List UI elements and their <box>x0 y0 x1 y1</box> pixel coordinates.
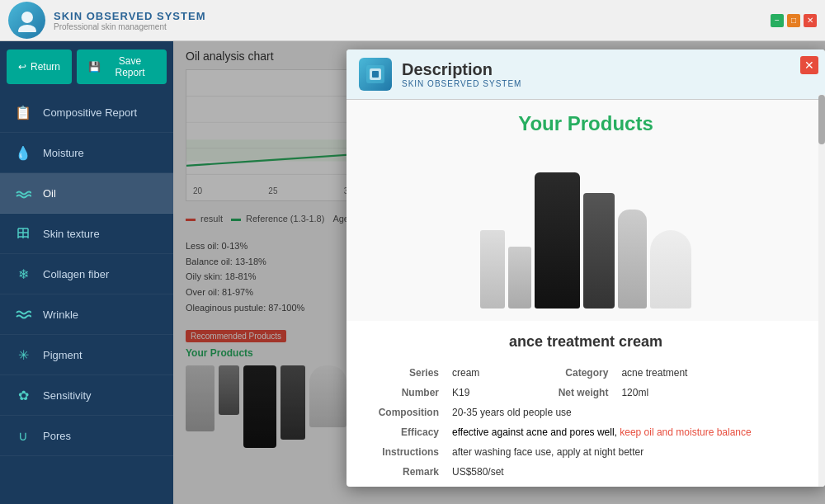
label-composition: Composition <box>371 403 446 422</box>
your-products-heading: Your Products <box>359 112 813 135</box>
value-category: acne treatment <box>615 363 800 383</box>
save-report-button[interactable]: 💾 Save Report <box>77 49 167 84</box>
svg-point-1 <box>18 25 36 32</box>
app-title-block: SKIN OBSERVED SYSTEM Professional skin m… <box>54 10 205 31</box>
right-content: Oil analysis chart 202530354045505560 <box>173 41 825 504</box>
sidebar-label-moisture: Moisture <box>43 147 84 159</box>
bottle-2 <box>508 247 531 309</box>
modal-scrollbar-thumb[interactable] <box>818 95 825 144</box>
label-net-weight: Net weight <box>540 383 615 403</box>
return-button[interactable]: ↩ Return <box>7 49 72 84</box>
app-subtitle: Professional skin management <box>54 22 205 31</box>
app-title: SKIN OBSERVED SYSTEM <box>54 10 205 22</box>
window-controls: − □ ✕ <box>771 14 817 27</box>
modal-body: Your Products <box>346 100 825 487</box>
sidebar: ↩ Return 💾 Save Report 📋 Compositive Rep… <box>0 41 173 504</box>
sidebar-item-collagen[interactable]: ❄ Collagen fiber <box>0 254 173 294</box>
sidebar-item-pores[interactable]: ∪ Pores <box>0 416 173 456</box>
efficacy-highlight: keep oil and moisture balance <box>617 426 752 438</box>
sidebar-item-moisture[interactable]: 💧 Moisture <box>0 133 173 173</box>
sidebar-label-oil: Oil <box>43 187 56 200</box>
moisture-icon: 💧 <box>13 143 33 163</box>
table-row: Remark US$580/set <box>371 462 800 482</box>
sidebar-item-compositive[interactable]: 📋 Compositive Report <box>0 92 173 133</box>
sidebar-label-collagen: Collagen fiber <box>43 268 109 280</box>
sidebar-item-sensitivity[interactable]: ✿ Sensitivity <box>0 375 173 416</box>
bottle-1 <box>480 230 505 309</box>
value-net-weight: 120ml <box>615 383 800 403</box>
product-image-area: Your Products <box>346 100 825 321</box>
collagen-icon: ❄ <box>13 264 33 284</box>
efficacy-plain: effective against acne and pores well, <box>452 426 617 438</box>
app-logo <box>8 2 45 39</box>
label-remark: Remark <box>371 462 446 482</box>
sidebar-label-skin-texture: Skin texture <box>43 228 100 240</box>
compositive-icon: 📋 <box>13 102 33 122</box>
return-label: Return <box>31 61 60 73</box>
skin-texture-icon <box>13 224 33 243</box>
pores-icon: ∪ <box>13 426 33 445</box>
wrinkle-icon <box>13 304 33 324</box>
sidebar-label-wrinkle: Wrinkle <box>43 309 78 321</box>
bottle-3 <box>535 172 580 309</box>
modal-header: Description SKIN OBSERVED SYSTEM ✕ <box>346 49 825 100</box>
return-icon: ↩ <box>18 61 26 73</box>
value-series: cream <box>446 363 540 383</box>
sidebar-buttons: ↩ Return 💾 Save Report <box>0 41 173 92</box>
svg-point-0 <box>21 12 33 23</box>
sidebar-label-pores: Pores <box>43 430 71 442</box>
save-icon: 💾 <box>88 61 101 73</box>
value-composition: 20-35 years old people use <box>446 403 800 422</box>
sidebar-item-oil[interactable]: Oil <box>0 173 173 214</box>
sidebar-item-wrinkle[interactable]: Wrinkle <box>0 294 173 335</box>
table-row: Instructions after washing face use, app… <box>371 442 800 462</box>
bottle-6 <box>650 230 691 309</box>
product-details: ance treatment cream Series cream Catego… <box>346 321 825 487</box>
value-number: K19 <box>446 383 540 403</box>
table-row: Series cream Category acne treatment <box>371 363 800 383</box>
modal-overlay: Description SKIN OBSERVED SYSTEM ✕ Your … <box>173 41 825 504</box>
sidebar-label-compositive: Compositive Report <box>43 106 137 119</box>
value-efficacy: effective against acne and pores well, k… <box>446 422 800 442</box>
product-name: ance treatment cream <box>371 333 800 351</box>
minimize-button[interactable]: − <box>771 14 784 27</box>
modal-title: Description <box>402 60 521 79</box>
product-bottles <box>470 144 701 309</box>
sensitivity-icon: ✿ <box>13 385 33 405</box>
save-label: Save Report <box>105 55 155 78</box>
maximize-button[interactable]: □ <box>787 14 800 27</box>
pigment-icon: ✳ <box>13 345 33 365</box>
sidebar-item-pigment[interactable]: ✳ Pigment <box>0 335 173 375</box>
table-row: Composition 20-35 years old people use <box>371 403 800 422</box>
bottle-5 <box>618 210 647 309</box>
top-bar: SKIN OBSERVED SYSTEM Professional skin m… <box>0 0 825 41</box>
sidebar-nav: 📋 Compositive Report 💧 Moisture Oil <box>0 92 173 504</box>
modal-scrollbar[interactable] <box>818 95 825 487</box>
value-remark: US$580/set <box>446 462 800 482</box>
modal-close-button[interactable]: ✕ <box>800 56 818 74</box>
sidebar-label-pigment: Pigment <box>43 349 82 361</box>
label-category: Category <box>540 363 615 383</box>
detail-table: Series cream Category acne treatment Num… <box>371 363 800 482</box>
bottle-4 <box>583 193 615 309</box>
modal-title-block: Description SKIN OBSERVED SYSTEM <box>402 60 521 88</box>
label-efficacy: Efficacy <box>371 422 446 442</box>
svg-rect-15 <box>372 71 379 78</box>
oil-icon <box>13 183 33 203</box>
label-series: Series <box>371 363 446 383</box>
value-instructions: after washing face use, apply at night b… <box>446 442 800 462</box>
label-instructions: Instructions <box>371 442 446 462</box>
close-window-button[interactable]: ✕ <box>804 14 817 27</box>
sidebar-label-sensitivity: Sensitivity <box>43 389 92 402</box>
table-row: Efficacy effective against acne and pore… <box>371 422 800 442</box>
description-modal: Description SKIN OBSERVED SYSTEM ✕ Your … <box>346 49 825 487</box>
label-number: Number <box>371 383 446 403</box>
table-row: Number K19 Net weight 120ml <box>371 383 800 403</box>
main-layout: ↩ Return 💾 Save Report 📋 Compositive Rep… <box>0 41 825 504</box>
modal-subtitle: SKIN OBSERVED SYSTEM <box>402 79 521 88</box>
modal-icon <box>359 58 392 91</box>
sidebar-item-skin-texture[interactable]: Skin texture <box>0 214 173 254</box>
